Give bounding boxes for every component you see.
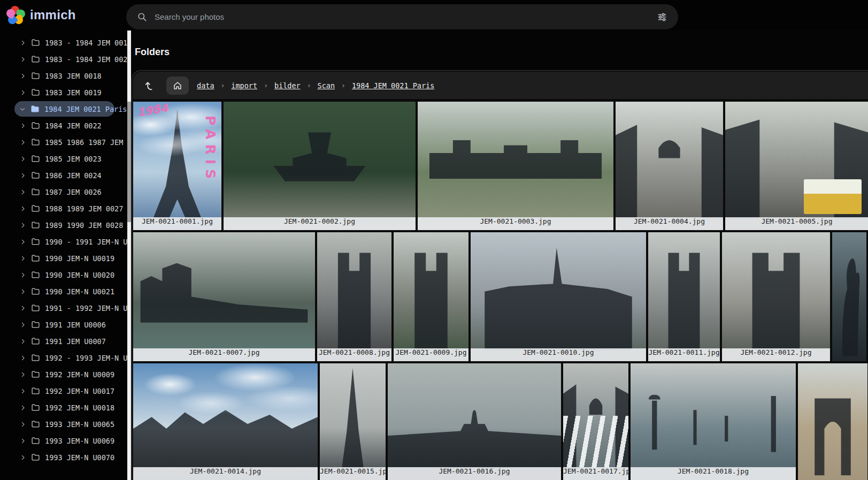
app-logo[interactable]: immich [6,6,76,24]
brand-name: immich [30,7,76,22]
chevron-icon [20,272,26,278]
photo-filename-caption: JEM-0021-0015.jpg [320,467,386,480]
photo-subject-silhouette [388,363,561,480]
sidebar-folder-item[interactable]: 1984 JEM 0022 [0,117,127,134]
photo-thumbnail[interactable]: JEM-0021-0015.jpg [320,363,386,480]
sidebar-folder-item[interactable]: 1985 JEM 0023 [0,150,127,167]
photo-overlay-text: PARIS [203,116,218,184]
chevron-icon [20,288,26,295]
photo-subject-silhouette [394,232,468,361]
folder-icon [31,420,40,429]
photo-filename-caption: JEM-0021-0002.jpg [224,217,416,230]
photo-thumbnail[interactable]: JEM-0021-0001.jpg 1984PARIS [133,102,221,230]
photo-filename-caption: JEM-0021-0007.jpg [133,348,315,361]
folder-icon [31,171,40,180]
chevron-icon [20,355,26,361]
folder-icon [31,303,40,313]
folder-icon [31,270,40,279]
sidebar-folder-item[interactable]: 1993 JEM-N U0065 [0,416,127,432]
folder-icon [31,436,40,445]
search-input[interactable] [155,12,649,21]
folder-browser-card: data›import›bilder›Scan›1984 JEM 0021 Pa… [132,70,868,480]
arrow-up-icon [143,80,155,92]
folder-icon [31,204,40,213]
photo-thumbnail[interactable] [798,363,867,480]
folder-icon [31,320,40,329]
folder-icon [31,154,40,163]
search-bar[interactable] [126,4,678,29]
breadcrumb-link[interactable]: 1984 JEM 0021 Paris [352,81,434,90]
photo-thumbnail[interactable]: JEM-0021-0003.jpg [418,102,613,230]
folder-icon [31,71,40,80]
breadcrumb-link[interactable]: import [231,81,257,90]
chevron-icon [20,73,26,79]
sidebar-folder-label: 1993 JEM-N U0070 [45,453,114,462]
sidebar-folder-item[interactable]: 1988 1989 JEM 0027 [0,200,127,217]
sidebar-folder-label: 1993 JEM-N U0069 [45,437,114,445]
sidebar-folder-label: 1992 JEM-N U0018 [45,403,114,412]
folder-icon [31,187,40,196]
sidebar-folder-item[interactable]: 1986 JEM 0024 [0,167,127,184]
photo-thumbnail[interactable]: JEM-0021-0016.jpg [388,363,561,480]
sidebar-folder-item[interactable]: 1992 JEM-N U0017 [0,383,127,399]
sidebar-folder-item[interactable]: 1993 JEM-N U0070 [0,449,127,466]
sidebar-folder-item[interactable]: 1992 - 1993 JEM-N U00 [0,349,127,366]
immich-logo-icon [6,6,25,24]
chevron-icon [20,222,26,228]
sidebar-folder-item[interactable]: 1983 JEM 0019 [0,84,127,101]
sidebar-folder-item[interactable]: 1985 1986 1987 JEM 00 [0,134,127,150]
sidebar-folder-item[interactable]: 1990 JEM-N U0019 [0,250,127,266]
sidebar-folder-item[interactable]: 1990 - 1991 JEM-N U00 [0,233,127,250]
breadcrumb-link[interactable]: Scan [318,81,335,90]
top-nav: immich [0,0,868,31]
sidebar-folder-item[interactable]: 1992 JEM-N U0009 [0,366,127,383]
photo-thumbnail[interactable]: JEM-0021-0007.jpg [133,232,315,361]
breadcrumb-separator-icon: › [221,81,225,89]
photo-thumbnail[interactable]: JEM-0021-0010.jpg [471,232,646,361]
sidebar-folder-label: 1984 JEM 0022 [45,121,102,130]
filter-icon[interactable] [657,12,667,22]
sidebar-folder-item[interactable]: 1991 JEM U0007 [0,333,127,349]
photo-thumbnail[interactable] [832,232,866,361]
chevron-icon [20,172,26,179]
photo-thumbnail[interactable]: JEM-0021-0014.jpg [133,363,318,480]
home-button[interactable] [166,77,189,95]
folder-tree-sidebar: 1983 - 1984 JEM 0017 1983 - 1984 JEM 002… [0,31,127,480]
photo-grid: JEM-0021-0001.jpg 1984PARIS JEM-0021-000… [133,102,868,480]
photo-thumbnail[interactable]: JEM-0021-0012.jpg [722,232,830,361]
chevron-icon [20,56,26,63]
breadcrumb-link[interactable]: bilder [274,81,301,90]
sidebar-folder-item[interactable]: 1983 JEM 0018 [0,67,127,84]
photo-thumbnail[interactable]: JEM-0021-0017.jpg [563,363,628,480]
sidebar-folder-item[interactable]: 1989 1990 JEM 0028 [0,217,127,233]
sidebar-folder-item[interactable]: 1991 JEM U0006 [0,316,127,333]
breadcrumb-link[interactable]: data [197,81,214,90]
photo-thumbnail[interactable]: JEM-0021-0005.jpg [725,102,868,230]
photo-subject-silhouette [832,232,866,361]
photo-thumbnail[interactable]: JEM-0021-0018.jpg [631,363,796,480]
sidebar-folder-label: 1984 JEM 0021 Paris [44,105,127,113]
photo-thumbnail[interactable]: JEM-0021-0009.jpg [394,232,468,361]
photo-thumbnail[interactable]: JEM-0021-0008.jpg [317,232,391,361]
chevron-icon [20,371,26,378]
sidebar-folder-item[interactable]: 1987 JEM 0026 [0,184,127,200]
photo-thumbnail[interactable]: JEM-0021-0011.jpg [648,232,720,361]
sidebar-folder-item[interactable]: 1993 JEM-N U0069 [0,432,127,449]
sidebar-folder-item[interactable]: 1983 - 1984 JEM 0020 [0,51,127,67]
photo-filename-caption: JEM-0021-0009.jpg [394,348,468,361]
chevron-icon [20,156,26,162]
photo-thumbnail[interactable]: JEM-0021-0004.jpg [616,102,723,230]
sidebar-folder-item[interactable]: 1984 JEM 0021 Paris [14,101,114,117]
photo-thumbnail[interactable]: JEM-0021-0002.jpg [224,102,416,230]
go-up-button[interactable] [140,77,158,95]
sidebar-folder-item[interactable]: 1991 - 1992 JEM-N U00 [0,300,127,316]
photo-subject-silhouette [418,102,613,230]
sidebar-folder-item[interactable]: 1983 - 1984 JEM 0017 [0,34,127,51]
sidebar-folder-item[interactable]: 1992 JEM-N U0018 [0,399,127,416]
sidebar-scrollbar-thumb[interactable] [127,102,131,222]
chevron-icon [20,189,26,195]
sidebar-folder-item[interactable]: 1990 JEM-N U0020 [0,266,127,283]
folder-icon [31,287,40,296]
folder-icon [31,353,40,362]
sidebar-folder-item[interactable]: 1990 JEM-N U0021 [0,283,127,300]
